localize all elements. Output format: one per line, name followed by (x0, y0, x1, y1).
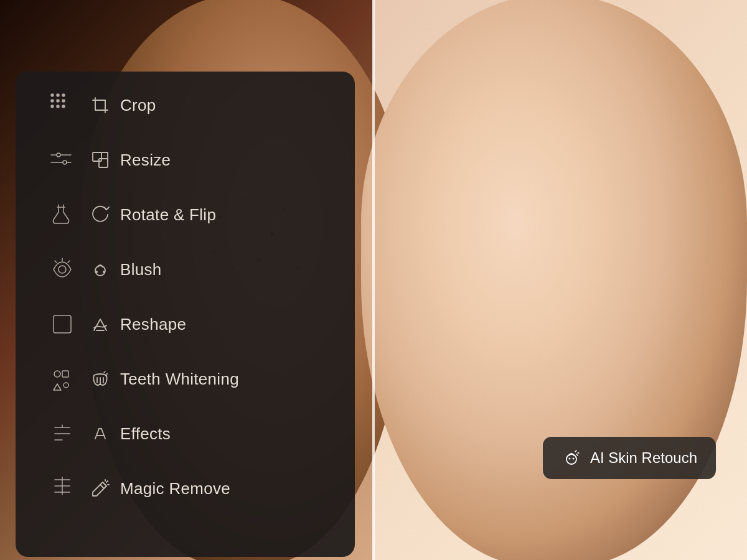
svg-marker-30 (54, 384, 61, 390)
tools-panel: Crop Resize (16, 72, 355, 557)
sidebar-item-reshape[interactable]: Reshape (16, 297, 355, 352)
flask-icon (34, 201, 90, 228)
eraser-icon (34, 475, 90, 502)
ai-skin-retouch-badge[interactable]: AI Skin Retouch (543, 437, 716, 479)
blush-label: Blush (120, 260, 162, 279)
sidebar-item-rotate-flip[interactable]: Rotate & Flip (16, 187, 355, 242)
svg-point-1 (57, 94, 59, 96)
teeth-icon (90, 369, 110, 389)
svg-rect-9 (95, 100, 105, 110)
svg-rect-31 (63, 383, 68, 388)
sidebar-item-resize[interactable]: Resize (16, 133, 355, 187)
svg-point-3 (51, 100, 54, 102)
svg-point-4 (57, 100, 59, 102)
svg-rect-17 (99, 159, 108, 167)
svg-line-21 (68, 261, 70, 263)
svg-point-7 (57, 105, 59, 108)
blush-label-area: Blush (90, 259, 336, 279)
resize-icon (90, 150, 110, 170)
svg-point-28 (54, 371, 60, 377)
svg-point-46 (566, 454, 576, 464)
svg-point-2 (62, 94, 65, 96)
before-after-divider (372, 0, 375, 560)
crop-label: Crop (120, 96, 156, 115)
blush-icon (90, 259, 110, 279)
teeth-whitening-label-area: Teeth Whitening (90, 369, 336, 389)
sidebar-item-blush[interactable]: Blush (16, 242, 355, 297)
crop-icon (90, 95, 110, 115)
svg-line-22 (55, 261, 57, 263)
effects-label-area: Effects (90, 424, 336, 444)
rotate-label-area: Rotate & Flip (90, 205, 336, 225)
svg-point-10 (57, 153, 60, 157)
svg-point-19 (59, 266, 66, 273)
text-icon (34, 420, 90, 447)
svg-point-8 (62, 105, 65, 108)
ai-badge-label: AI Skin Retouch (590, 449, 697, 467)
rotate-icon (90, 205, 110, 225)
grid-icon (34, 91, 90, 119)
svg-line-45 (100, 485, 104, 488)
square-icon (34, 310, 90, 338)
resize-label-area: Resize (90, 150, 336, 170)
shapes-icon (34, 365, 90, 393)
svg-point-0 (51, 94, 54, 96)
eye-sparkle-icon (34, 256, 90, 283)
svg-rect-26 (54, 315, 71, 333)
svg-point-48 (572, 458, 574, 460)
svg-point-24 (95, 271, 98, 273)
magic-icon (90, 478, 110, 498)
sliders-icon (34, 146, 90, 174)
crop-label-area: Crop (90, 95, 336, 115)
svg-rect-29 (62, 371, 68, 377)
sidebar-item-effects[interactable]: Effects (16, 406, 355, 461)
ai-retouch-icon (561, 448, 581, 468)
svg-point-6 (51, 105, 54, 108)
teeth-whitening-label: Teeth Whitening (120, 370, 239, 389)
svg-point-13 (63, 161, 67, 164)
svg-point-5 (62, 100, 65, 102)
svg-point-25 (103, 271, 105, 273)
resize-label: Resize (120, 151, 171, 170)
sidebar-item-teeth-whitening[interactable]: Teeth Whitening (16, 352, 355, 406)
svg-point-47 (568, 458, 570, 460)
sidebar-item-magic-remove[interactable]: Magic Remove (16, 461, 355, 516)
rotate-label: Rotate & Flip (120, 205, 216, 225)
effects-label: Effects (120, 424, 171, 444)
reshape-label-area: Reshape (90, 314, 336, 334)
svg-point-23 (95, 266, 105, 276)
magic-remove-label-area: Magic Remove (90, 478, 336, 498)
reshape-icon (90, 314, 110, 334)
reshape-label: Reshape (120, 315, 186, 334)
sidebar-item-crop[interactable]: Crop (16, 78, 355, 133)
magic-remove-label: Magic Remove (120, 479, 230, 498)
effects-icon (90, 424, 110, 444)
svg-rect-16 (93, 152, 101, 161)
